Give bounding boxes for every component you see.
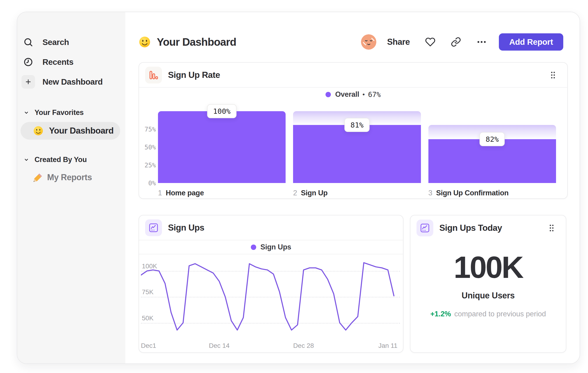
funnel-card: Sign Up Rate Overall • 67% 75% 50% 25% 0…	[139, 62, 568, 199]
section-your-favorites[interactable]: Your Favorites	[23, 107, 120, 118]
step-index: 3	[428, 189, 432, 197]
signups-line-card: Sign Ups Sign Ups 100K 75K 50K Dec1 Dec …	[139, 215, 403, 353]
line-chart-icon	[145, 219, 162, 236]
funnel-bar-sign-up-confirmation[interactable]: 82%	[428, 111, 556, 183]
step-index: 2	[293, 189, 297, 197]
line-card-header: Sign Ups	[139, 215, 403, 240]
bar-chart-icon	[145, 67, 162, 83]
clock-icon	[22, 56, 34, 68]
section-created-by-you[interactable]: Created By You	[23, 154, 120, 165]
funnel-step-label: 3 Sign Up Confirmation	[428, 189, 556, 197]
topbar: Your Dashboard Share	[139, 33, 563, 51]
metric-value: 100K	[454, 252, 523, 283]
step-label: Sign Up	[301, 189, 328, 197]
metric-card-header: Sign Ups Today	[410, 215, 566, 240]
smiley-emoji-icon	[33, 126, 43, 136]
x-tick: Dec 28	[293, 342, 314, 349]
y-tick: 75%	[144, 126, 156, 133]
app-window: Search Recents New Dashboard Your Favori…	[17, 12, 580, 364]
metric-note: compared to previous period	[454, 310, 546, 318]
funnel-x-labels: 1 Home page 2 Sign Up 3 Sign Up Confirma…	[158, 189, 556, 197]
step-index: 1	[158, 189, 162, 197]
line-plot: 100K 75K 50K	[141, 256, 400, 338]
copy-link-button[interactable]	[451, 37, 461, 47]
share-button[interactable]: Share	[387, 37, 410, 47]
sidebar-item-label: My Reports	[47, 172, 92, 182]
funnel-bar-sign-up[interactable]: 81%	[293, 111, 421, 183]
ellipsis-icon	[476, 37, 487, 47]
legend-value: 67%	[368, 91, 381, 99]
legend-separator: •	[363, 91, 365, 98]
funnel-bar-solid	[158, 111, 286, 183]
funnel-legend: Overall • 67%	[139, 88, 567, 101]
y-tick: 0%	[148, 180, 156, 187]
sidebar-item-your-dashboard[interactable]: Your Dashboard	[21, 122, 120, 140]
line-chart-icon	[417, 220, 433, 236]
funnel-step-label: 2 Sign Up	[293, 189, 421, 197]
metric-label: Unique Users	[462, 291, 514, 301]
heart-icon	[425, 37, 435, 47]
legend-dot	[251, 244, 256, 250]
funnel-bar-home-page[interactable]: 100%	[158, 111, 286, 183]
sidebar-item-label: Search	[42, 38, 69, 47]
funnel-tooltip: 81%	[344, 118, 370, 132]
chevron-down-icon	[23, 157, 29, 163]
signups-line-path	[141, 263, 394, 330]
metric-body: 100K Unique Users +1.2% compared to prev…	[410, 240, 566, 318]
metric-delta: +1.2%	[430, 310, 451, 318]
sidebar-item-my-reports[interactable]: My Reports	[33, 171, 92, 183]
funnel-y-axis: 75% 50% 25% 0%	[144, 111, 156, 183]
step-label: Home page	[166, 189, 204, 197]
sidebar-item-label: New Dashboard	[42, 77, 103, 87]
add-report-button[interactable]: Add Report	[499, 33, 563, 50]
more-options-button[interactable]	[476, 37, 487, 47]
chevron-down-icon	[23, 110, 29, 116]
avatar[interactable]	[361, 34, 376, 50]
sidebar-item-recents[interactable]: Recents	[22, 56, 120, 68]
search-icon	[22, 36, 34, 48]
section-title: Created By You	[34, 155, 87, 164]
section-title: Your Favorites	[34, 108, 84, 117]
line-legend: Sign Ups	[139, 240, 403, 254]
legend-label: Sign Ups	[260, 243, 291, 251]
link-icon	[451, 37, 461, 47]
funnel-tooltip: 82%	[480, 132, 505, 146]
main-content: Your Dashboard Share	[125, 12, 580, 363]
sidebar-item-search[interactable]: Search	[22, 36, 120, 48]
drag-handle-icon[interactable]	[548, 70, 558, 80]
funnel-bar-solid	[293, 125, 421, 183]
card-title: Sign Ups Today	[439, 223, 502, 233]
header-actions: Share Add Report	[361, 33, 563, 50]
x-tick: Dec1	[141, 342, 156, 349]
plus-icon	[21, 75, 35, 89]
favorite-heart-button[interactable]	[425, 37, 435, 47]
funnel-tooltip: 100%	[207, 104, 237, 118]
funnel-plot: 100% 81% 82%	[158, 111, 556, 183]
y-tick: 50%	[144, 144, 156, 151]
sidebar-item-label: Recents	[42, 57, 74, 67]
step-label: Sign Up Confirmation	[436, 189, 509, 197]
signups-line-chart	[141, 256, 400, 338]
y-tick: 25%	[144, 161, 156, 169]
card-title: Sign Ups	[168, 223, 204, 233]
smiley-emoji-icon	[139, 36, 151, 48]
signups-today-card: Sign Ups Today 100K Unique Users +1.2% c…	[410, 215, 566, 353]
drag-handle-icon[interactable]	[547, 223, 556, 233]
x-tick: Jan 11	[378, 342, 397, 349]
line-x-labels: Dec1 Dec 14 Dec 28 Jan 11	[141, 342, 400, 351]
legend-label: Overall	[335, 90, 359, 99]
legend-dot	[326, 92, 331, 97]
x-tick: Dec 14	[209, 342, 230, 349]
sidebar-item-new-dashboard[interactable]: New Dashboard	[22, 75, 120, 89]
funnel-step-label: 1 Home page	[158, 189, 286, 197]
sidebar-item-label: Your Dashboard	[49, 126, 114, 136]
metric-delta-row: +1.2% compared to previous period	[430, 310, 546, 318]
pencil-icon	[33, 172, 43, 182]
card-title: Sign Up Rate	[168, 70, 220, 80]
page-title: Your Dashboard	[157, 36, 236, 48]
sidebar: Search Recents New Dashboard Your Favori…	[17, 12, 126, 363]
funnel-card-header: Sign Up Rate	[139, 63, 567, 88]
